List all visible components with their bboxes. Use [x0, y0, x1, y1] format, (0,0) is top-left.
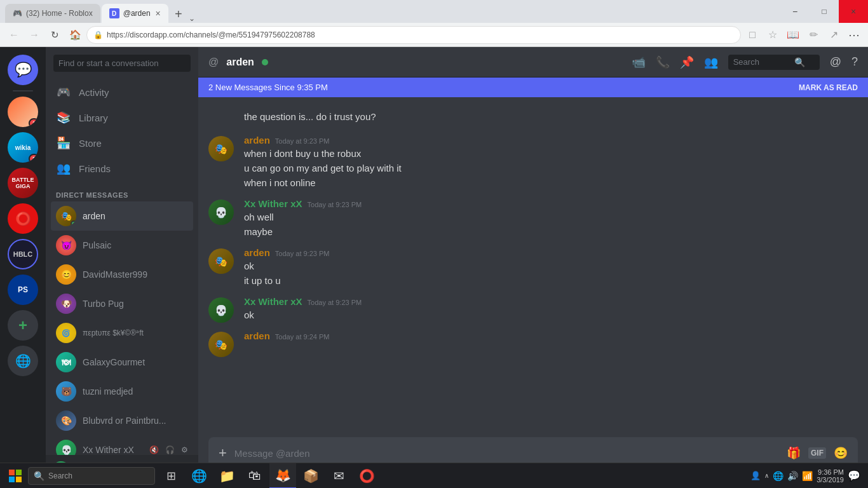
gif-button[interactable]: GIF: [808, 447, 826, 459]
dm-item-galaxy[interactable]: 🍽 GalaxyGourmet: [51, 348, 193, 377]
explore-servers-button[interactable]: 🌐: [8, 346, 38, 376]
dm-item-blubvrd[interactable]: 🎨 Blubvrd or Paintbru...: [51, 406, 193, 435]
header-search[interactable]: 🔍: [728, 55, 820, 70]
reload-button[interactable]: ↻: [46, 26, 64, 44]
server-icon-5[interactable]: HBLC: [8, 239, 38, 269]
edge-icon: 🌐: [191, 468, 207, 484]
tab-discord[interactable]: D @arden ×: [102, 4, 168, 23]
xxwither-settings-icon[interactable]: ⚙: [181, 445, 188, 454]
dm-item-turbopug[interactable]: 🐶 Turbo Pug: [51, 289, 193, 318]
star-button[interactable]: ☆: [764, 26, 782, 44]
new-tab-button[interactable]: +: [170, 5, 187, 23]
msg-text-1: the question is... do i trust you?: [244, 110, 858, 123]
share-button[interactable]: ↗: [825, 26, 843, 44]
server-4-label: ⭕: [15, 211, 31, 226]
action-center-icon[interactable]: 💬: [848, 470, 860, 482]
dm-item-davidmaster[interactable]: 😊 DavidMaster999: [51, 260, 193, 289]
reading-button[interactable]: 📖: [784, 26, 802, 44]
maximize-button[interactable]: □: [810, 0, 839, 23]
tab-discord-label: @arden: [123, 9, 151, 18]
taskbar-search-icon: 🔍: [34, 471, 44, 481]
chevron-icon[interactable]: ∧: [764, 472, 769, 479]
taskbar-search-box[interactable]: 🔍 Search: [28, 467, 155, 485]
tab-bar: − □ × 🎮 (32) Home - Roblox D @arden × + …: [0, 0, 868, 23]
emoji-button[interactable]: 😊: [834, 446, 848, 460]
server-icon-3[interactable]: BATTLEGIGA: [8, 168, 38, 198]
dm-sidebar: Find or start a conversation 🎮 Activity …: [46, 47, 198, 488]
members-icon[interactable]: 👥: [704, 55, 718, 69]
dm-item-neptune[interactable]: 🌀 πεptυπε $k¥©®ᵃft: [51, 318, 193, 348]
new-messages-text: 2 New Messages Since 9:35 PM: [208, 83, 328, 92]
at-mention-icon[interactable]: @: [830, 55, 841, 69]
add-server-button[interactable]: +: [8, 310, 38, 341]
server-icon-1[interactable]: 1: [8, 97, 38, 127]
server-icon-4[interactable]: ⭕: [8, 203, 38, 234]
network-status-icon[interactable]: 🌐: [773, 471, 783, 481]
dm-username-neptune: πεptυπε $k¥©®ᵃft: [83, 329, 144, 337]
dm-avatar-xxwither: 💀: [56, 440, 76, 455]
voice-call-icon[interactable]: 📞: [656, 55, 670, 69]
table-row: 💀 Xx Wither xX Today at 9:23 PM oh well …: [198, 196, 868, 242]
video-call-icon[interactable]: 📹: [632, 55, 646, 69]
bookmarks-button[interactable]: □: [743, 26, 761, 44]
help-icon[interactable]: ?: [851, 55, 858, 69]
server-icon-2[interactable]: wikia 2: [8, 132, 38, 163]
dm-item-arden[interactable]: 🎭 arden: [51, 201, 193, 231]
header-search-input[interactable]: [733, 57, 790, 67]
taskbar-app-roblox[interactable]: ⭕: [353, 463, 380, 489]
discord-home-button[interactable]: 💬: [8, 55, 38, 85]
tab-scroll-controls[interactable]: ⌄: [189, 14, 195, 23]
taskbar-app-amazon[interactable]: 📦: [297, 463, 324, 489]
dm-username-blubvrd: Blubvrd or Paintbru...: [83, 416, 166, 426]
taskbar-app-taskview[interactable]: ⊞: [158, 463, 184, 489]
more-button[interactable]: ⋯: [845, 26, 863, 44]
mark-read-button[interactable]: MARK AS READ: [799, 83, 858, 92]
taskbar-app-edge[interactable]: 🌐: [186, 463, 212, 489]
nav-item-library[interactable]: 📚 Library: [51, 105, 193, 130]
taskbar-app-store[interactable]: 🛍: [241, 463, 268, 489]
msg-header-arden-3: arden Today at 9:24 PM: [244, 330, 858, 341]
network-icon[interactable]: 👤: [750, 471, 761, 480]
taskbar-app-explorer[interactable]: 📁: [214, 463, 240, 489]
wifi-icon[interactable]: 📶: [802, 471, 813, 481]
pin-icon[interactable]: 📌: [680, 55, 694, 69]
msg-header-arden-1: arden Today at 9:23 PM: [244, 135, 858, 146]
dm-item-pulsaic[interactable]: 😈 Pulsaic: [51, 231, 193, 260]
main-chat: @ arden 📹 📞 📌 👥 🔍 @ ? 2 New Messages Sin…: [198, 47, 868, 488]
server-2-badge: 2: [29, 154, 38, 163]
close-button[interactable]: ×: [839, 0, 868, 23]
dm-search-box[interactable]: Find or start a conversation: [53, 55, 191, 72]
security-icon: 🔒: [93, 30, 103, 39]
minimize-button[interactable]: −: [780, 0, 810, 23]
header-search-icon[interactable]: 🔍: [794, 57, 805, 67]
tab-roblox-icon: 🎮: [13, 9, 22, 18]
server-3-label: BATTLEGIGA: [12, 177, 34, 189]
discord-app: 💬 1 wikia 2 BATTLEGIGA ⭕ HBLC PS + 🌐 Fin…: [0, 47, 868, 488]
server-icon-6[interactable]: PS: [8, 274, 38, 305]
table-row: 🎭 arden Today at 9:23 PM ok it up to u: [198, 245, 868, 291]
table-row: the question is... do i trust you?: [198, 107, 868, 127]
nav-item-activity[interactable]: 🎮 Activity: [51, 79, 193, 105]
tab-close-icon[interactable]: ×: [156, 8, 161, 18]
gift-icon[interactable]: 🎁: [787, 446, 801, 460]
msg-avatar-wither-2: 💀: [208, 297, 234, 323]
nav-item-store[interactable]: 🏪 Store: [51, 130, 193, 156]
dm-section-label: DIRECT MESSAGES: [56, 191, 128, 199]
volume-icon[interactable]: 🔊: [787, 471, 798, 481]
nav-item-friends[interactable]: 👥 Friends: [51, 156, 193, 181]
back-button[interactable]: ←: [5, 26, 23, 44]
dm-item-xxwither[interactable]: 💀 Xx Wither xX 🔇 🎧 ⚙: [51, 435, 193, 455]
taskbar-app-mail[interactable]: ✉: [325, 463, 352, 489]
msg-username-arden-2: arden: [244, 247, 270, 258]
dm-item-tuzni[interactable]: 🐻 tuzni medjed: [51, 377, 193, 406]
forward-button[interactable]: →: [25, 26, 43, 44]
home-button[interactable]: 🏠: [66, 26, 84, 44]
address-bar[interactable]: 🔒 https://discordapp.com/channels/@me/55…: [86, 26, 741, 44]
taskbar-clock[interactable]: 9:36 PM 3/3/2019: [817, 468, 844, 484]
tab-roblox[interactable]: 🎮 (32) Home - Roblox: [5, 4, 100, 23]
browser-toolbar: ← → ↻ 🏠 🔒 https://discordapp.com/channel…: [0, 23, 868, 47]
start-button[interactable]: [3, 463, 28, 489]
note-button[interactable]: ✏: [804, 26, 822, 44]
msg-username-arden-3: arden: [244, 330, 270, 341]
taskbar-app-firefox[interactable]: 🦊: [269, 463, 296, 489]
